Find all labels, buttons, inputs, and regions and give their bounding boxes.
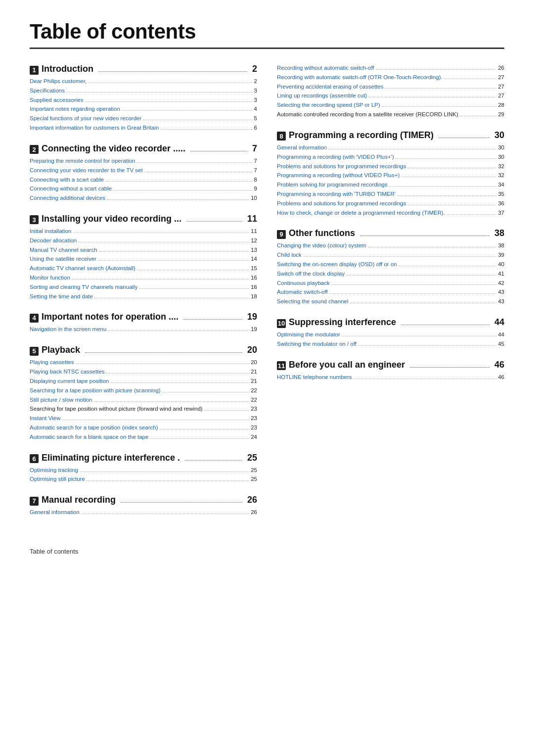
entry-page: 36 [498,199,504,208]
section-dots [98,71,247,72]
entry-dots [62,420,249,420]
toc-entry: Automatic search for a tape position (in… [30,424,257,432]
entry-page: 44 [498,331,504,339]
section-dots [410,367,490,368]
entry-dots [385,88,496,89]
entry-dots [113,190,252,190]
entry-dots [350,303,497,303]
footer-text: Table of contents [30,548,504,555]
section-number: 10 [277,319,286,328]
entry-page: 16 [251,274,257,283]
entry-text: Connecting additional devices [30,194,105,203]
entry-text: Sorting and clearing TV channels manuall… [30,283,137,292]
entry-text: Special functions of your new video reco… [30,114,141,123]
entry-text: Dear Philips customer, [30,77,87,86]
entry-dots [94,298,249,298]
entry-text: Preventing accidental erasing of cassett… [277,83,383,92]
toc-entry: Using the satellite receiver14 [30,255,257,264]
toc-entry: Playing cassettes20 [30,358,257,367]
entry-text: Monitor function [30,274,70,283]
toc-entry: Automatic controlled recording from a sa… [277,110,504,119]
entry-text: Displaying current tape position [30,377,109,386]
entry-text: Still picture / slow motion [30,396,92,405]
section-page-num: 38 [494,228,504,238]
entry-page: 39 [498,251,504,260]
section-dots [185,460,242,461]
title-divider [30,47,504,49]
section-dots [186,221,242,222]
entry-dots [346,275,496,276]
entry-text: Selecting the recording speed (SP or LP) [277,101,380,110]
entry-page: 13 [251,246,257,255]
entry-text: Preparing the remote control for operati… [30,157,135,166]
page-title: Table of contents [30,20,504,44]
toc-entry: Setting the time and date18 [30,292,257,301]
entry-page: 26 [498,64,504,73]
toc-entry: Initial installation11 [30,227,257,236]
entry-dots [98,260,249,261]
entry-page: 15 [251,264,257,273]
toc-entry: Selecting the sound channel43 [277,297,504,306]
section-number: 2 [30,145,39,154]
toc-entry: Automatic TV channel search (Autoinstall… [30,264,257,273]
entry-dots [99,251,250,252]
section-header: 9Other functions38 [277,228,504,238]
entry-dots [66,92,253,93]
entry-page: 23 [251,424,257,432]
entry-page: 20 [251,358,257,367]
entry-dots [303,256,496,257]
entry-dots [328,149,496,149]
toc-section: 11Before you call an engineer46HOTLINE t… [277,360,504,382]
section-dots [85,352,242,353]
section-number: 6 [30,454,39,463]
entry-text: General information [30,508,80,517]
entry-page: 26 [251,508,257,517]
left-column: 1Introduction2Dear Philips customer,2Spe… [30,64,257,528]
toc-entry: Problems and solutions for programmed re… [277,162,504,171]
entry-text: Problem solving for programmed recording… [277,181,388,189]
toc-section: 8Programming a recording (TIMER)30Genera… [277,130,504,218]
section-title: Before you call an engineer [289,360,405,370]
entry-text: How to check, change or delete a program… [277,209,445,218]
entry-text: Problems and solutions for programmed re… [277,199,406,208]
entry-dots [110,382,249,383]
entry-text: Programming a recording (with 'VIDEO Plu… [277,153,394,162]
entry-dots [399,266,497,266]
section-number: 1 [30,66,39,75]
toc-entry: Playing back NTSC cassettes21 [30,368,257,377]
entry-text: Important notes regarding operation [30,105,120,114]
toc-entry: Optimising still picture25 [30,475,257,484]
entry-text: Searching for tape position without pict… [30,405,203,414]
entry-dots [397,195,496,196]
toc-entry: Displaying current tape position21 [30,377,257,386]
entry-page: 19 [251,325,257,334]
toc-entry: Recording with automatic switch-off (OTR… [277,73,504,82]
entry-dots [342,336,496,336]
entry-page: 45 [498,340,504,349]
toc-entry: Preventing accidental erasing of cassett… [277,83,504,92]
entry-text: Initial installation [30,227,71,236]
toc-entry: General information30 [277,143,504,152]
entry-dots [444,79,497,79]
toc-entry: Programming a recording (without VIDEO P… [277,171,504,180]
entry-dots [460,116,496,116]
entry-text: Connecting with a scart cable [30,176,104,185]
entry-text: Automatic search for a tape position (in… [30,424,158,432]
entry-dots [407,168,496,168]
toc-entry: Switching the on-screen display (OSD) of… [277,260,504,269]
entry-page: 43 [498,288,504,297]
toc-entry: Connecting your video recorder to the TV… [30,166,257,175]
section-number: 9 [277,230,286,239]
section-title: Programming a recording (TIMER) [289,130,434,141]
toc-entry: Connecting without a scart cable9 [30,185,257,193]
toc-entry: Sorting and clearing TV channels manuall… [30,283,257,292]
toc-entry: Switching the modulator on / off45 [277,340,504,349]
toc-entry: Programming a recording with 'TURBO TIME… [277,190,504,199]
entry-text: Searching for a tape position with pictu… [30,386,161,395]
toc-entry: Important notes regarding operation4 [30,105,257,114]
toc-entry: Child lock39 [277,251,504,260]
entry-page: 14 [251,255,257,264]
section-page-num: 25 [247,453,257,463]
section-page-num: 20 [247,345,257,355]
toc-entry: Automatic search for a blank space on th… [30,433,257,442]
